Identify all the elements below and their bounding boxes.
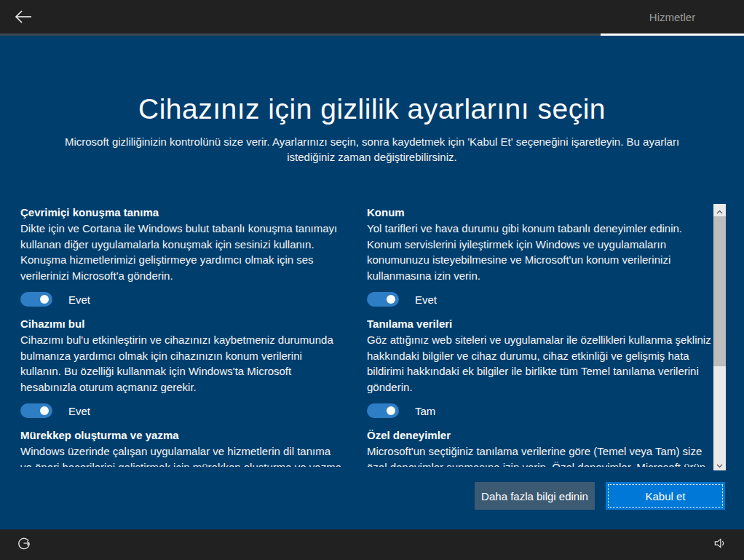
- top-bar: Hizmetler: [0, 0, 744, 36]
- page-title: Cihazınız için gizlilik ayarlarını seçin: [0, 93, 744, 125]
- section-title: Özel deneyimler: [367, 429, 711, 441]
- toggle-label: Evet: [68, 293, 90, 306]
- learn-more-button[interactable]: Daha fazla bilgi edinin: [475, 482, 595, 510]
- volume-button[interactable]: [712, 537, 728, 553]
- learn-more-label: Daha fazla bilgi edinin: [481, 490, 588, 502]
- ease-of-access-icon: [17, 536, 31, 553]
- tab-hizmetler[interactable]: Hizmetler: [601, 0, 744, 36]
- section-body: Cihazımı bul'u etkinleştirin ve cihazını…: [20, 332, 344, 395]
- section-title: Çevrimiçi konuşma tanıma: [20, 206, 344, 218]
- section-body: Microsoft'un seçtiğiniz tanılama veriler…: [367, 443, 711, 467]
- section-body: Göz attığınız web siteleri ve uygulamala…: [367, 332, 711, 395]
- section-title: Tanılama verileri: [367, 318, 711, 330]
- speaker-icon: [713, 536, 727, 553]
- tab-hizmetler-label: Hizmetler: [649, 11, 695, 23]
- toggle-knob: [387, 406, 395, 415]
- back-button[interactable]: [10, 7, 36, 29]
- accept-button[interactable]: Kabul et: [606, 482, 725, 510]
- toggle-label: Evet: [68, 405, 90, 417]
- scrollbar-down-button[interactable]: [713, 458, 726, 470]
- toggle-knob: [40, 295, 49, 304]
- toggle-knob: [40, 406, 49, 415]
- section-body: Windows üzerinde çalışan uygulamalar ve …: [20, 443, 344, 467]
- diagnostic-data-toggle[interactable]: [367, 403, 399, 418]
- section-title: Konum: [367, 206, 711, 218]
- chevron-up-icon: [716, 204, 723, 217]
- ease-of-access-button[interactable]: [16, 537, 32, 553]
- section-title: Mürekkep oluşturma ve yazma: [20, 429, 344, 441]
- section-find-my-device: Cihazımı bul Cihazımı bul'u etkinleştiri…: [20, 318, 344, 419]
- section-online-speech-recognition: Çevrimiçi konuşma tanıma Dikte için ve C…: [20, 206, 344, 307]
- scrollbar-thumb[interactable]: [713, 216, 726, 366]
- section-inking-typing: Mürekkep oluşturma ve yazma Windows üzer…: [20, 429, 344, 467]
- privacy-settings-page: Cihazınız için gizlilik ayarlarını seçin…: [0, 38, 744, 529]
- find-my-device-toggle[interactable]: [20, 403, 52, 418]
- accept-label: Kabul et: [645, 490, 685, 502]
- back-arrow-icon: [14, 9, 33, 28]
- section-location: Konum Yol tarifleri ve hava durumu gibi …: [367, 206, 711, 307]
- section-tailored-experiences: Özel deneyimler Microsoft'un seçtiğiniz …: [367, 429, 711, 467]
- section-diagnostic-data: Tanılama verileri Göz attığınız web site…: [367, 318, 711, 419]
- settings-column-right: Konum Yol tarifleri ve hava durumu gibi …: [367, 206, 711, 467]
- section-body: Yol tarifleri ve hava durumu gibi konum …: [367, 221, 711, 283]
- settings-column-left: Çevrimiçi konuşma tanıma Dikte için ve C…: [20, 206, 344, 467]
- location-toggle[interactable]: [367, 292, 399, 307]
- section-body: Dikte için ve Cortana ile Windows bulut …: [20, 221, 344, 283]
- scrollbar[interactable]: [713, 204, 726, 470]
- toggle-knob: [387, 295, 395, 304]
- bottom-bar: [0, 529, 744, 560]
- scrollbar-up-button[interactable]: [713, 204, 726, 216]
- page-subtitle: Microsoft gizliliğinizin kontrolünü size…: [40, 134, 704, 165]
- toggle-label: Tam: [415, 405, 435, 417]
- section-title: Cihazımı bul: [20, 318, 344, 330]
- toggle-label: Evet: [415, 293, 437, 306]
- online-speech-toggle[interactable]: [20, 292, 52, 307]
- chevron-down-icon: [716, 458, 723, 471]
